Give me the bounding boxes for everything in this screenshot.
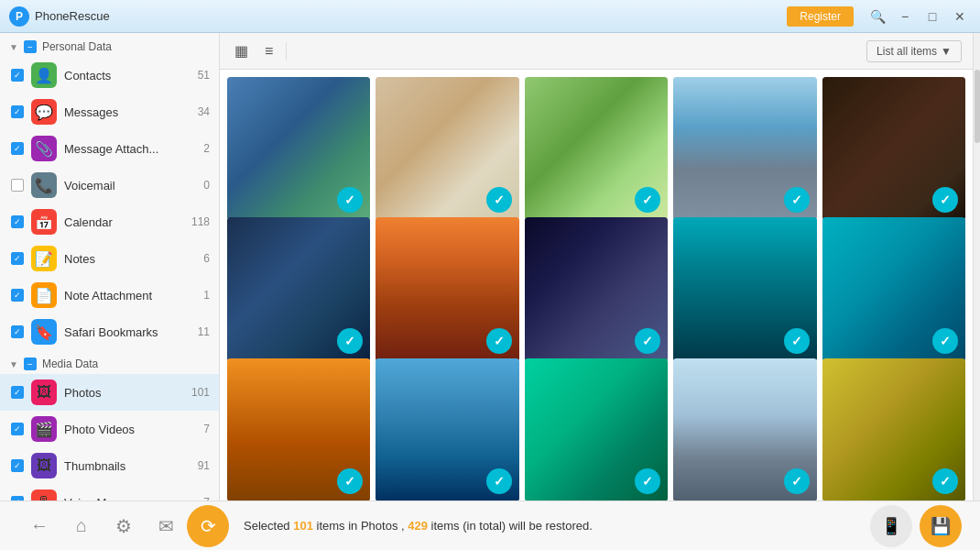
photo-cell[interactable]: ✓	[525, 358, 668, 500]
photo-check-icon: ✓	[635, 328, 660, 354]
scrollbar-thumb[interactable]	[975, 70, 980, 143]
sidebar-item-thumbnails[interactable]: 🖼 Thumbnails 91	[0, 447, 219, 484]
photo-cell[interactable]: ✓	[673, 358, 816, 500]
photo-cell[interactable]: ✓	[525, 217, 668, 360]
photo-cell[interactable]: ✓	[376, 217, 518, 360]
personal-data-label: Personal Data	[42, 40, 112, 53]
personal-data-chevron[interactable]: ▼	[9, 42, 18, 52]
sidebar-item-contacts[interactable]: 👤 Contacts 51	[0, 57, 219, 94]
photo-cell[interactable]: ✓	[822, 77, 965, 220]
safari-bookmarks-label: Safari Bookmarks	[64, 325, 191, 339]
sidebar-item-voicemail[interactable]: 📞 Voicemail 0	[0, 167, 219, 204]
list-view-button[interactable]: ≡	[261, 39, 277, 63]
sidebar-item-safari-bookmarks[interactable]: 🔖 Safari Bookmarks 11	[0, 314, 219, 350]
action-buttons: 📱 💾	[870, 505, 962, 547]
voicemail-label: Voicemail	[64, 179, 196, 192]
sidebar-item-photo-videos[interactable]: 🎬 Photo Videos 7	[0, 411, 219, 447]
scan-action-button[interactable]: 📱	[870, 505, 912, 547]
voice-memo-checkbox[interactable]	[11, 496, 24, 500]
thumbnails-icon: 🖼	[31, 453, 57, 478]
sidebar-item-photos[interactable]: 🖼 Photos 101	[0, 374, 219, 411]
status-bar: ← ⌂ ⚙ ✉ ⟳ Selected 101 items in Photos ,…	[0, 500, 980, 550]
sidebar-item-voice-memo[interactable]: 🎙 Voice Memo 7	[0, 484, 219, 500]
sidebar-item-calendar[interactable]: 📅 Calendar 118	[0, 204, 219, 240]
sidebar-item-message-attach[interactable]: 📎 Message Attach... 2	[0, 130, 219, 167]
thumbnails-count: 91	[198, 459, 210, 472]
close-button[interactable]: ✕	[947, 4, 973, 29]
photos-checkbox[interactable]	[11, 386, 24, 399]
mail-button[interactable]: ✉	[145, 505, 187, 547]
title-bar-controls: Register 🔍 − □ ✕	[787, 0, 973, 32]
minimize-button[interactable]: −	[892, 4, 918, 29]
photo-videos-label: Photo Videos	[64, 423, 196, 436]
photo-cell[interactable]: ✓	[525, 77, 668, 220]
notes-label: Notes	[64, 252, 196, 266]
status-suffix: items (in total) will be restored.	[428, 519, 593, 533]
notes-count: 6	[203, 252, 210, 265]
content-area: ▦ ≡ List all items ▼ ✓ ✓ ✓	[220, 33, 973, 500]
photo-cell[interactable]: ✓	[376, 77, 518, 220]
scrollbar-track[interactable]	[973, 33, 980, 500]
back-button[interactable]: ←	[18, 505, 60, 547]
photo-check-icon: ✓	[784, 187, 810, 213]
voice-memo-icon: 🎙	[31, 490, 57, 500]
voice-memo-count: 7	[203, 496, 210, 500]
photo-videos-count: 7	[203, 423, 210, 435]
photo-cell[interactable]: ✓	[822, 358, 965, 500]
photo-cell[interactable]: ✓	[227, 217, 370, 360]
photo-check-icon: ✓	[784, 468, 810, 494]
main-layout: ▼ Personal Data 👤 Contacts 51 💬 Messages…	[0, 33, 980, 500]
photo-cell[interactable]: ✓	[822, 217, 965, 360]
toolbar-divider	[286, 42, 287, 60]
grid-view-button[interactable]: ▦	[231, 38, 252, 63]
home-button[interactable]: ⌂	[60, 505, 103, 547]
list-all-items-button[interactable]: List all items ▼	[866, 40, 962, 62]
register-button[interactable]: Register	[787, 6, 854, 27]
calendar-count: 118	[191, 215, 210, 228]
sidebar-item-messages[interactable]: 💬 Messages 34	[0, 94, 219, 130]
contacts-checkbox[interactable]	[11, 69, 24, 82]
list-all-chevron: ▼	[941, 45, 952, 58]
thumbnails-checkbox[interactable]	[11, 459, 24, 472]
app-logo: P PhoneRescue	[9, 6, 110, 27]
photo-videos-checkbox[interactable]	[11, 423, 24, 435]
photo-cell[interactable]: ✓	[673, 217, 816, 360]
photos-label: Photos	[64, 386, 184, 400]
media-data-checkbox[interactable]	[24, 358, 37, 370]
maximize-button[interactable]: □	[920, 4, 945, 29]
media-data-chevron[interactable]: ▼	[9, 359, 18, 369]
notes-checkbox[interactable]	[11, 252, 24, 265]
content-toolbar: ▦ ≡ List all items ▼	[220, 33, 973, 70]
note-attachment-icon: 📄	[31, 282, 57, 308]
photos-count: 101	[191, 386, 210, 399]
calendar-checkbox[interactable]	[11, 215, 24, 228]
personal-data-checkbox[interactable]	[24, 40, 37, 53]
photo-check-icon: ✓	[486, 468, 512, 494]
settings-button[interactable]: ⚙	[103, 505, 145, 547]
voice-memo-label: Voice Memo	[64, 496, 196, 501]
photo-cell[interactable]: ✓	[673, 77, 816, 220]
search-button[interactable]: 🔍	[865, 4, 890, 29]
app-title: PhoneRescue	[35, 9, 110, 23]
voicemail-checkbox[interactable]	[11, 179, 24, 192]
safari-bookmarks-checkbox[interactable]	[11, 325, 24, 338]
photo-cell[interactable]: ✓	[227, 358, 370, 500]
sidebar-item-note-attachment[interactable]: 📄 Note Attachment 1	[0, 277, 219, 314]
photo-cell[interactable]: ✓	[376, 358, 518, 500]
message-attach-checkbox[interactable]	[11, 142, 24, 155]
calendar-label: Calendar	[64, 215, 184, 229]
note-attachment-checkbox[interactable]	[11, 289, 24, 302]
message-attach-count: 2	[203, 142, 210, 155]
sidebar-item-notes[interactable]: 📝 Notes 6	[0, 240, 219, 277]
status-selected-count: 101	[293, 519, 313, 533]
status-text: Selected 101 items in Photos , 429 items…	[244, 519, 870, 533]
message-attach-label: Message Attach...	[64, 142, 196, 156]
messages-checkbox[interactable]	[11, 105, 24, 118]
photo-check-icon: ✓	[486, 328, 512, 354]
thumbnails-label: Thumbnails	[64, 459, 191, 473]
calendar-icon: 📅	[31, 209, 57, 235]
photo-cell[interactable]: ✓	[227, 77, 370, 220]
restore-action-button[interactable]: 💾	[920, 505, 962, 547]
logo-icon: P	[9, 6, 29, 27]
restore-button[interactable]: ⟳	[187, 505, 229, 547]
